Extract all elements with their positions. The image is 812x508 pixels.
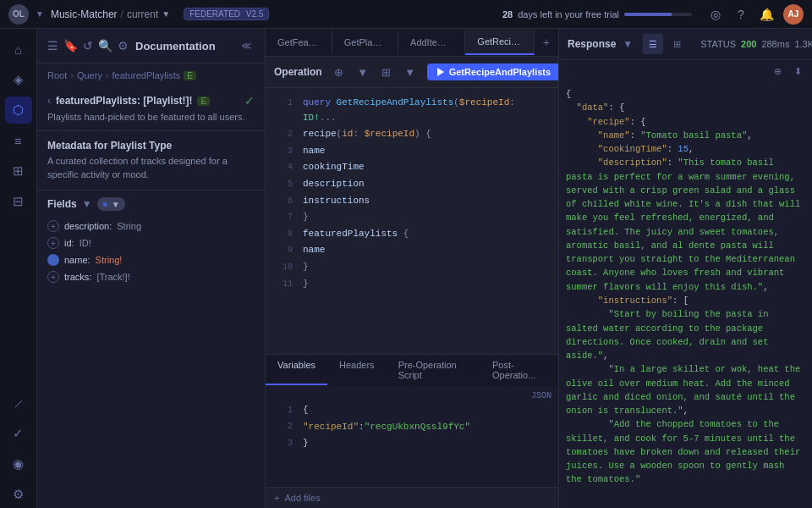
field-tracks: + tracks: [Track!]!: [47, 268, 255, 285]
status-label: STATUS: [700, 39, 736, 49]
check-icon: ✓: [244, 94, 255, 108]
code-line-8: 8 featuredPlaylists {: [266, 226, 558, 243]
analytics-icon[interactable]: ⟋: [5, 389, 32, 417]
notification-icon[interactable]: ◎: [707, 6, 724, 23]
copy-response-icon[interactable]: ⊕: [770, 64, 785, 79]
tab-variables[interactable]: Variables: [266, 355, 327, 385]
project-name[interactable]: Music-Matcher: [51, 8, 118, 20]
field-add-id-button[interactable]: +: [47, 237, 59, 249]
variables-editor[interactable]: JSON 1 { 2 "recipeId" : "recgUkbxnQssl9f…: [266, 385, 558, 487]
breadcrumb-featured[interactable]: featuredPlaylists: [112, 70, 181, 80]
gear-icon[interactable]: ⚙: [5, 481, 32, 508]
tab-add-button[interactable]: +: [535, 29, 558, 56]
doc-search-icon[interactable]: 🔍: [98, 39, 112, 52]
field-add-tracks-button[interactable]: +: [47, 271, 59, 283]
breadcrumb-query[interactable]: Query: [77, 70, 102, 80]
trial-days: 28: [502, 9, 513, 19]
operation-bar: Operation ⊕ ▼ ⊞ ▼ GetRecipeAndPlaylists: [266, 57, 558, 88]
tab-pre-operation[interactable]: Pre-Operation Script: [387, 355, 480, 385]
checks-icon[interactable]: ✓: [5, 420, 32, 447]
field-add-description-button[interactable]: +: [47, 220, 59, 232]
response-grid-view-icon[interactable]: ⊞: [667, 34, 687, 54]
download-response-icon[interactable]: ⬇: [790, 64, 805, 79]
response-json-viewer[interactable]: { "data": { "recipe": { "name": "Tomato …: [559, 82, 812, 508]
schema-icon[interactable]: ≡: [5, 127, 32, 154]
tab-get-featured[interactable]: GetFeaturedPla...: [266, 30, 332, 54]
operation-chevron-icon[interactable]: ▼: [400, 62, 420, 82]
breadcrumb: Root › Query › featuredPlaylists E: [37, 64, 265, 87]
response-list-view-icon[interactable]: ☰: [643, 34, 663, 54]
code-line-3: 3 name: [266, 143, 558, 160]
doc-file-icon[interactable]: ☰: [47, 39, 58, 52]
status-code: 200: [741, 39, 756, 49]
status-badge: STATUS 200 288ms 1.3KB: [700, 39, 812, 49]
format-icon[interactable]: ▼: [353, 62, 373, 82]
response-time: 288ms: [761, 39, 789, 49]
tab-post-operation[interactable]: Post-Operatio...: [480, 355, 558, 385]
breadcrumb-root[interactable]: Root: [47, 70, 67, 80]
tab-add-items[interactable]: AddItemsToPlay...: [398, 30, 465, 54]
bell-icon[interactable]: 🔔: [758, 6, 775, 23]
copy-operation-icon[interactable]: ⊕: [329, 62, 349, 82]
response-chevron-icon[interactable]: ▼: [623, 38, 633, 50]
response-json-wrapper: ⊕ ⬇ { "data": { "recipe": { "name": "Tom…: [559, 60, 812, 508]
top-bar-actions: ◎ ? 🔔 AJ: [707, 4, 804, 25]
doc-history-icon[interactable]: ↺: [83, 39, 93, 52]
operation-icons: ⊕ ▼ ⊞ ▼: [329, 62, 420, 82]
history-icon[interactable]: ⊞: [5, 157, 32, 185]
json-label: JSON: [266, 389, 558, 402]
run-button-label: GetRecipeAndPlaylists: [449, 67, 551, 77]
tab-get-recipe[interactable]: GetRecipeAn... ✕: [465, 30, 534, 55]
avatar[interactable]: AJ: [783, 4, 804, 25]
field-active-indicator: [47, 254, 59, 266]
featured-header: ‹ featuredPlaylists: [Playlist!]! E ✓: [47, 94, 255, 108]
branch-chevron-icon[interactable]: ▼: [162, 9, 170, 19]
help-icon[interactable]: ?: [732, 6, 749, 23]
featured-type-badge: E: [197, 97, 210, 106]
doc-panel-header: ☰ 🔖 ↺ 🔍 ⚙ Documentation ≪: [37, 29, 265, 64]
add-files-bar[interactable]: + Add files: [266, 487, 558, 508]
code-line-2: 2 recipe(id: $recipeId) {: [266, 126, 558, 143]
code-editor[interactable]: 1 query GetRecipeAndPlaylists($recipeId:…: [266, 88, 558, 354]
tab-headers[interactable]: Headers: [327, 355, 387, 385]
add-files-label: Add files: [284, 493, 320, 503]
collection-icon[interactable]: ⊟: [5, 188, 32, 215]
top-bar: OL ▼ Music-Matcher / current ▼ FEDERATED…: [0, 0, 812, 29]
vars-line-3: 3 }: [266, 435, 558, 452]
doc-settings-icon[interactable]: ⚙: [118, 39, 129, 52]
fields-count-badge: ● ▼: [97, 197, 125, 211]
tabs-bar: GetFeaturedPla... GetPlaylistDetails Add…: [266, 29, 558, 57]
logo[interactable]: OL: [8, 4, 29, 25]
doc-bookmark-icon[interactable]: 🔖: [63, 39, 78, 52]
code-line-11: 11 }: [266, 276, 558, 293]
featured-section: ‹ featuredPlaylists: [Playlist!]! E ✓ Pl…: [37, 87, 265, 131]
middle-panel: GetFeaturedPla... GetPlaylistDetails Add…: [266, 29, 558, 508]
explorer-icon[interactable]: ⬡: [5, 97, 32, 124]
tab-get-playlist-details[interactable]: GetPlaylistDetails: [332, 30, 398, 54]
back-button[interactable]: ‹: [47, 95, 51, 107]
collapse-panel-button[interactable]: ≪: [238, 37, 255, 54]
graph-icon[interactable]: ◈: [5, 66, 32, 93]
fields-chevron-icon[interactable]: ▼: [82, 198, 92, 210]
prettify-icon[interactable]: ⊞: [376, 62, 397, 82]
chevron-down-icon[interactable]: ▼: [36, 9, 44, 19]
featured-description: Playlists hand-picked to be featured to …: [47, 111, 255, 124]
featured-badge: E: [184, 71, 196, 80]
trial-text: days left in your free trial: [518, 9, 619, 19]
featured-title: featuredPlaylists: [Playlist!]!: [56, 95, 192, 107]
fields-header: Fields ▼ ● ▼: [47, 197, 255, 211]
home-icon[interactable]: ⌂: [5, 36, 32, 63]
sidebar-icons: ⌂ ◈ ⬡ ≡ ⊞ ⊟ ⟋ ✓ ◉ ⚙: [0, 29, 37, 508]
field-id: + id: ID!: [47, 235, 255, 251]
field-description: + description: String: [47, 218, 255, 235]
run-button[interactable]: GetRecipeAndPlaylists: [427, 64, 561, 80]
documentation-panel: ☰ 🔖 ↺ 🔍 ⚙ Documentation ≪ Root › Query ›…: [37, 29, 266, 508]
main-layout: ⌂ ◈ ⬡ ≡ ⊞ ⊟ ⟋ ✓ ◉ ⚙ ☰ 🔖 ↺ 🔍 ⚙ Documentat…: [0, 29, 812, 508]
plus-icon: +: [274, 493, 279, 503]
play-icon: [437, 68, 444, 76]
fields-label: Fields: [47, 198, 77, 210]
code-line-9: 9 name: [266, 242, 558, 259]
branch-name[interactable]: current: [127, 8, 158, 20]
vars-line-2: 2 "recipeId" : "recgUkbxnQssl9fYc": [266, 419, 558, 436]
security-icon[interactable]: ◉: [5, 450, 32, 478]
